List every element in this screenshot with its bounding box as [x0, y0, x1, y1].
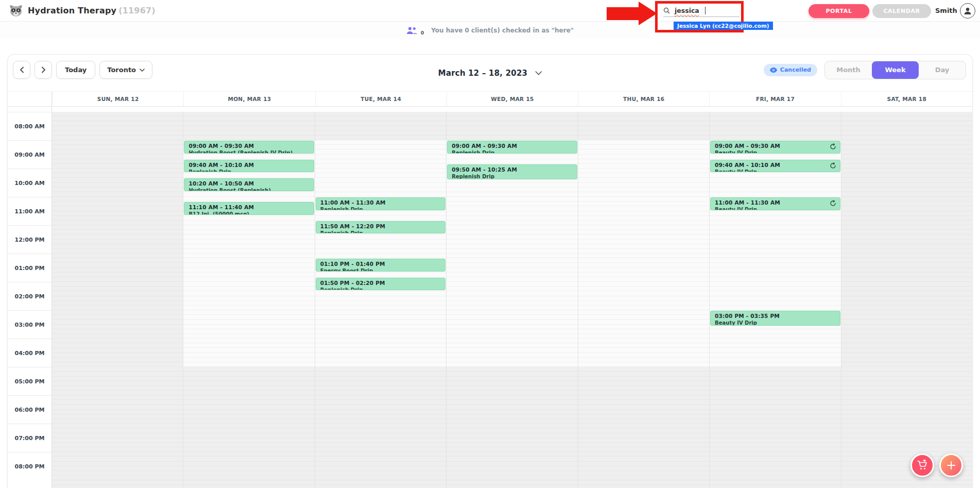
grid-top-strip — [52, 107, 972, 112]
time-label: 08:00 PM — [8, 452, 51, 480]
appointment-block[interactable]: 09:00 AM - 09:30 AMHydration Boost (Repl… — [184, 141, 314, 154]
time-label: 03:00 PM — [8, 310, 51, 339]
day-column-3[interactable]: 09:00 AM - 09:30 AMReplenish Drip09:50 A… — [446, 107, 577, 488]
appointment-block[interactable]: 01:10 PM - 01:40 PMEnergy Boost Drip — [316, 259, 445, 272]
day-header-corner — [8, 92, 52, 106]
time-label: 05:00 PM — [8, 367, 51, 395]
day-column-0[interactable] — [52, 107, 183, 488]
appointment-time: 11:00 AM - 11:30 AM — [715, 199, 835, 206]
appointment-block[interactable]: 01:50 PM - 02:20 PMReplenish Drip — [316, 278, 445, 291]
chevron-down-icon — [535, 71, 542, 75]
appointment-block[interactable]: 10:20 AM - 10:50 AMHydration Boost (Repl… — [184, 178, 314, 191]
calendar-button[interactable]: CALENDAR — [872, 4, 931, 18]
add-appointment-fab-button[interactable] — [939, 453, 963, 477]
checkin-count: 0 — [421, 30, 424, 36]
day-header-6: SAT, MAR 18 — [841, 92, 972, 106]
appointment-block[interactable]: 09:40 AM - 10:10 AMReplenish Drip — [184, 160, 314, 173]
appointment-service: Replenish Drip — [452, 174, 572, 179]
cart-plus-icon — [917, 460, 928, 471]
appointment-time: 11:50 AM - 12:20 PM — [320, 223, 441, 229]
week-grid: 08:00 AM09:00 AM10:00 AM11:00 AM12:00 PM… — [8, 107, 972, 488]
day-column-6[interactable] — [841, 107, 972, 488]
time-label: 02:00 PM — [8, 282, 51, 310]
working-hours-lane — [183, 140, 314, 367]
recurring-icon — [830, 200, 836, 207]
appointment-time: 09:00 AM - 09:30 AM — [452, 143, 572, 149]
today-button[interactable]: Today — [56, 61, 95, 79]
day-column-2[interactable]: 11:00 AM - 11:30 AMReplenish Drip11:50 A… — [315, 107, 446, 488]
appointment-time: 09:00 AM - 09:30 AM — [715, 143, 835, 149]
user-name-label: Smith — [935, 0, 957, 22]
page-title: Hydration Therapy(11967) — [28, 0, 156, 22]
annotation-arrow-head — [639, 2, 657, 25]
working-hours-lane — [578, 140, 709, 367]
time-label: 12:00 PM — [8, 225, 51, 254]
appointment-service: Replenish Drip — [452, 150, 572, 154]
appointment-time: 11:00 AM - 11:30 AM — [320, 199, 441, 206]
appointment-service: Energy Boost Drip — [320, 268, 441, 272]
time-label: 09:00 AM — [8, 140, 51, 169]
user-avatar[interactable] — [960, 3, 975, 19]
search-icon — [663, 7, 670, 14]
day-header-3: WED, MAR 15 — [446, 92, 578, 106]
appointment-time: 09:00 AM - 09:30 AM — [188, 143, 309, 149]
appointment-time: 10:20 AM - 10:50 AM — [188, 180, 309, 187]
appointment-block[interactable]: 11:50 AM - 12:20 PMReplenish Drip — [316, 221, 445, 234]
appointment-time: 09:40 AM - 10:10 AM — [188, 162, 309, 168]
appointment-time: 09:50 AM - 10:25 AM — [452, 166, 572, 173]
day-header-1: MON, MAR 13 — [183, 92, 315, 106]
calendar-card: Today Toronto March 12 – 18, 2023 Cancel… — [7, 54, 973, 488]
location-dropdown[interactable]: Toronto — [99, 61, 152, 79]
chevron-down-icon — [140, 69, 145, 72]
recurring-icon — [830, 162, 836, 169]
appointment-service: Hydration Boost (Replenish) — [188, 188, 309, 191]
clients-icon — [406, 27, 418, 35]
appointment-time: 11:10 AM - 11:40 AM — [188, 204, 309, 210]
date-range-label: March 12 – 18, 2023 — [438, 69, 527, 78]
portal-button[interactable]: PORTAL — [809, 4, 869, 18]
appointment-service: B12 Inj. (50000 mcg) — [188, 211, 309, 215]
search-suggestion-item[interactable]: Jessica Lyn (cc22@cojilio.com) — [674, 22, 773, 30]
client-search-input[interactable]: jessica — [663, 5, 740, 17]
time-gutter: 08:00 AM09:00 AM10:00 AM11:00 AM12:00 PM… — [8, 107, 52, 488]
appointment-time: 03:00 PM - 03:35 PM — [715, 313, 835, 319]
text-cursor — [705, 7, 706, 14]
working-hours-lane — [315, 140, 446, 367]
appointment-service: Replenish Drip — [320, 207, 441, 210]
checkin-status-bar: 0 You have 0 client(s) checked in as "he… — [0, 22, 980, 39]
date-range-picker[interactable]: March 12 – 18, 2023 — [438, 55, 542, 91]
appointment-service: Replenish Drip — [320, 287, 441, 291]
view-day-button[interactable]: Day — [919, 61, 966, 79]
annotation-arrow-tail — [607, 7, 640, 20]
appointment-block[interactable]: 11:10 AM - 11:40 AMB12 Inj. (50000 mcg) — [184, 202, 314, 215]
appointment-service: Beauty IV Drip — [715, 150, 835, 154]
day-column-1[interactable]: 09:00 AM - 09:30 AMHydration Boost (Repl… — [183, 107, 314, 488]
appointment-time: 01:10 PM - 01:40 PM — [320, 261, 441, 267]
view-month-button[interactable]: Month — [825, 61, 872, 79]
day-header-2: TUE, MAR 14 — [315, 92, 446, 106]
prev-week-button[interactable] — [13, 61, 30, 79]
time-label: 06:00 PM — [8, 395, 51, 424]
day-header-4: THU, MAR 16 — [578, 92, 709, 106]
day-header-0: SUN, MAR 12 — [52, 92, 183, 106]
appointment-block[interactable]: 09:40 AM - 10:10 AMBeauty IV Drip — [710, 160, 840, 173]
cart-fab-button[interactable] — [910, 453, 934, 477]
eye-icon — [770, 68, 777, 73]
appointment-block[interactable]: 11:00 AM - 11:30 AMBeauty IV Drip — [710, 197, 840, 210]
day-column-4[interactable] — [578, 107, 709, 488]
appointment-block[interactable]: 03:00 PM - 03:35 PMBeauty IV Drip — [710, 311, 840, 326]
raccoon-logo-icon — [9, 4, 23, 18]
appointment-block[interactable]: 09:00 AM - 09:30 AMBeauty IV Drip — [710, 141, 840, 154]
next-week-button[interactable] — [35, 61, 52, 79]
appointment-service: Beauty IV Drip — [715, 169, 835, 173]
appointment-block[interactable]: 11:00 AM - 11:30 AMReplenish Drip — [316, 197, 445, 210]
appointment-service: Beauty IV Drip — [715, 320, 835, 326]
top-bar: Hydration Therapy(11967) jessica PORTAL … — [0, 0, 980, 22]
appointment-block[interactable]: 09:50 AM - 10:25 AMReplenish Drip — [447, 164, 577, 179]
cancelled-filter-toggle[interactable]: Cancelled — [764, 64, 817, 76]
time-label: 08:00 AM — [8, 112, 51, 140]
view-week-button[interactable]: Week — [872, 61, 919, 79]
plus-icon — [946, 460, 956, 470]
day-column-5[interactable]: 09:00 AM - 09:30 AMBeauty IV Drip 09:40 … — [709, 107, 840, 488]
appointment-block[interactable]: 09:00 AM - 09:30 AMReplenish Drip — [447, 141, 577, 154]
